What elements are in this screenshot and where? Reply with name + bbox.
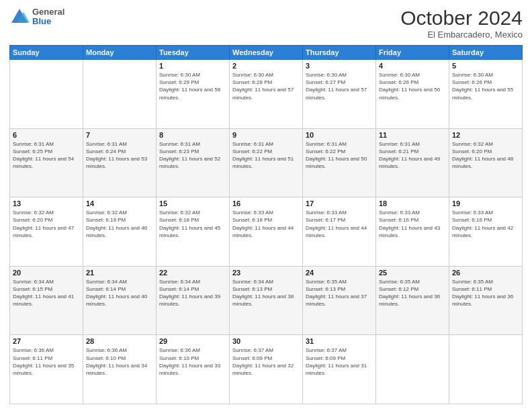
calendar-header-monday: Monday <box>83 46 157 60</box>
header: General Blue October 2024 El Embarcadero… <box>9 7 523 40</box>
day-number: 28 <box>86 337 153 345</box>
day-info: Sunrise: 6:30 AMSunset: 6:26 PMDaylight:… <box>379 71 446 101</box>
calendar-cell: 12Sunrise: 6:32 AMSunset: 6:20 PMDayligh… <box>449 128 523 197</box>
day-info: Sunrise: 6:34 AMSunset: 6:15 PMDaylight:… <box>13 278 80 308</box>
day-info: Sunrise: 6:36 AMSunset: 6:10 PMDaylight:… <box>159 347 226 377</box>
day-info: Sunrise: 6:36 AMSunset: 6:10 PMDaylight:… <box>86 347 153 377</box>
day-info: Sunrise: 6:34 AMSunset: 6:13 PMDaylight:… <box>232 278 300 308</box>
day-info: Sunrise: 6:33 AMSunset: 6:16 PMDaylight:… <box>452 209 519 239</box>
page: General Blue October 2024 El Embarcadero… <box>0 0 532 411</box>
day-info: Sunrise: 6:31 AMSunset: 6:22 PMDaylight:… <box>306 140 373 171</box>
calendar-cell <box>376 335 449 404</box>
day-number: 2 <box>232 62 300 70</box>
logo-blue: Blue <box>32 17 64 26</box>
day-number: 16 <box>232 199 300 208</box>
calendar-cell: 13Sunrise: 6:32 AMSunset: 6:20 PMDayligh… <box>10 197 83 267</box>
day-info: Sunrise: 6:31 AMSunset: 6:25 PMDaylight:… <box>13 140 80 171</box>
calendar-header-wednesday: Wednesday <box>230 46 303 60</box>
calendar-cell: 25Sunrise: 6:35 AMSunset: 6:12 PMDayligh… <box>376 266 449 335</box>
calendar-cell: 31Sunrise: 6:37 AMSunset: 6:09 PMDayligh… <box>303 335 376 404</box>
day-number: 1 <box>159 62 226 70</box>
day-number: 30 <box>232 337 300 345</box>
day-info: Sunrise: 6:34 AMSunset: 6:14 PMDaylight:… <box>159 278 226 308</box>
calendar-cell: 11Sunrise: 6:31 AMSunset: 6:21 PMDayligh… <box>376 128 449 197</box>
calendar-cell: 7Sunrise: 6:31 AMSunset: 6:24 PMDaylight… <box>83 128 157 197</box>
calendar-table: SundayMondayTuesdayWednesdayThursdayFrid… <box>9 45 523 404</box>
calendar-cell: 22Sunrise: 6:34 AMSunset: 6:14 PMDayligh… <box>157 266 230 335</box>
day-number: 26 <box>452 269 519 277</box>
day-info: Sunrise: 6:36 AMSunset: 6:11 PMDaylight:… <box>13 347 80 377</box>
calendar-week-2: 6Sunrise: 6:31 AMSunset: 6:25 PMDaylight… <box>10 128 523 197</box>
calendar-cell: 27Sunrise: 6:36 AMSunset: 6:11 PMDayligh… <box>10 335 83 404</box>
calendar-cell: 6Sunrise: 6:31 AMSunset: 6:25 PMDaylight… <box>10 128 83 197</box>
day-info: Sunrise: 6:32 AMSunset: 6:20 PMDaylight:… <box>452 140 519 171</box>
calendar-cell: 16Sunrise: 6:33 AMSunset: 6:18 PMDayligh… <box>230 197 303 267</box>
day-number: 9 <box>232 131 300 139</box>
day-info: Sunrise: 6:35 AMSunset: 6:13 PMDaylight:… <box>306 278 373 308</box>
day-number: 20 <box>13 269 80 277</box>
day-number: 11 <box>379 131 446 139</box>
calendar-cell: 30Sunrise: 6:37 AMSunset: 6:09 PMDayligh… <box>230 335 303 404</box>
calendar-cell: 19Sunrise: 6:33 AMSunset: 6:16 PMDayligh… <box>449 197 523 267</box>
calendar-cell: 9Sunrise: 6:31 AMSunset: 6:22 PMDaylight… <box>230 128 303 197</box>
calendar-cell <box>449 335 523 404</box>
day-number: 12 <box>452 131 519 139</box>
day-info: Sunrise: 6:32 AMSunset: 6:20 PMDaylight:… <box>13 209 80 239</box>
calendar-cell: 14Sunrise: 6:32 AMSunset: 6:19 PMDayligh… <box>83 197 157 267</box>
day-number: 29 <box>159 337 226 345</box>
day-info: Sunrise: 6:32 AMSunset: 6:19 PMDaylight:… <box>86 209 153 239</box>
day-info: Sunrise: 6:35 AMSunset: 6:11 PMDaylight:… <box>452 278 519 308</box>
calendar-header-saturday: Saturday <box>449 46 523 60</box>
calendar-cell: 26Sunrise: 6:35 AMSunset: 6:11 PMDayligh… <box>449 266 523 335</box>
calendar-cell: 5Sunrise: 6:30 AMSunset: 6:26 PMDaylight… <box>449 60 523 129</box>
calendar-cell: 20Sunrise: 6:34 AMSunset: 6:15 PMDayligh… <box>10 266 83 335</box>
day-number: 24 <box>306 269 373 277</box>
calendar-cell: 8Sunrise: 6:31 AMSunset: 6:23 PMDaylight… <box>157 128 230 197</box>
day-number: 27 <box>13 337 80 345</box>
day-number: 17 <box>306 199 373 208</box>
calendar-cell: 10Sunrise: 6:31 AMSunset: 6:22 PMDayligh… <box>303 128 376 197</box>
day-info: Sunrise: 6:34 AMSunset: 6:14 PMDaylight:… <box>86 278 153 308</box>
day-number: 7 <box>86 131 153 139</box>
month-title: October 2024 <box>400 7 523 30</box>
calendar-cell: 28Sunrise: 6:36 AMSunset: 6:10 PMDayligh… <box>83 335 157 404</box>
day-info: Sunrise: 6:31 AMSunset: 6:22 PMDaylight:… <box>232 140 300 171</box>
calendar-cell <box>83 60 157 129</box>
calendar-header-row: SundayMondayTuesdayWednesdayThursdayFrid… <box>10 46 523 60</box>
calendar-cell: 15Sunrise: 6:32 AMSunset: 6:18 PMDayligh… <box>157 197 230 267</box>
day-number: 21 <box>86 269 153 277</box>
day-number: 10 <box>306 131 373 139</box>
calendar-header-tuesday: Tuesday <box>157 46 230 60</box>
calendar-week-4: 20Sunrise: 6:34 AMSunset: 6:15 PMDayligh… <box>10 266 523 335</box>
day-info: Sunrise: 6:30 AMSunset: 6:29 PMDaylight:… <box>159 71 226 101</box>
title-area: October 2024 El Embarcadero, Mexico <box>400 7 523 40</box>
calendar-week-1: 1Sunrise: 6:30 AMSunset: 6:29 PMDaylight… <box>10 60 523 129</box>
day-number: 3 <box>306 62 373 70</box>
day-number: 4 <box>379 62 446 70</box>
day-info: Sunrise: 6:30 AMSunset: 6:28 PMDaylight:… <box>232 71 300 101</box>
day-number: 19 <box>452 199 519 208</box>
day-info: Sunrise: 6:31 AMSunset: 6:24 PMDaylight:… <box>86 140 153 171</box>
calendar-cell: 21Sunrise: 6:34 AMSunset: 6:14 PMDayligh… <box>83 266 157 335</box>
day-number: 31 <box>306 337 373 345</box>
day-info: Sunrise: 6:32 AMSunset: 6:18 PMDaylight:… <box>159 209 226 239</box>
day-number: 22 <box>159 269 226 277</box>
day-number: 8 <box>159 131 226 139</box>
day-number: 25 <box>379 269 446 277</box>
logo-general: General <box>32 7 64 17</box>
calendar-week-3: 13Sunrise: 6:32 AMSunset: 6:20 PMDayligh… <box>10 197 523 267</box>
calendar-cell: 1Sunrise: 6:30 AMSunset: 6:29 PMDaylight… <box>157 60 230 129</box>
day-number: 14 <box>86 199 153 208</box>
day-info: Sunrise: 6:33 AMSunset: 6:17 PMDaylight:… <box>306 209 373 239</box>
location: El Embarcadero, Mexico <box>400 30 523 40</box>
calendar-cell: 18Sunrise: 6:33 AMSunset: 6:16 PMDayligh… <box>376 197 449 267</box>
calendar-cell: 23Sunrise: 6:34 AMSunset: 6:13 PMDayligh… <box>230 266 303 335</box>
calendar-header-thursday: Thursday <box>303 46 376 60</box>
calendar-cell: 4Sunrise: 6:30 AMSunset: 6:26 PMDaylight… <box>376 60 449 129</box>
calendar-cell: 29Sunrise: 6:36 AMSunset: 6:10 PMDayligh… <box>157 335 230 404</box>
calendar-header-sunday: Sunday <box>10 46 83 60</box>
day-info: Sunrise: 6:31 AMSunset: 6:21 PMDaylight:… <box>379 140 446 171</box>
calendar-cell: 24Sunrise: 6:35 AMSunset: 6:13 PMDayligh… <box>303 266 376 335</box>
calendar-cell: 2Sunrise: 6:30 AMSunset: 6:28 PMDaylight… <box>230 60 303 129</box>
logo-text: General Blue <box>32 7 64 27</box>
